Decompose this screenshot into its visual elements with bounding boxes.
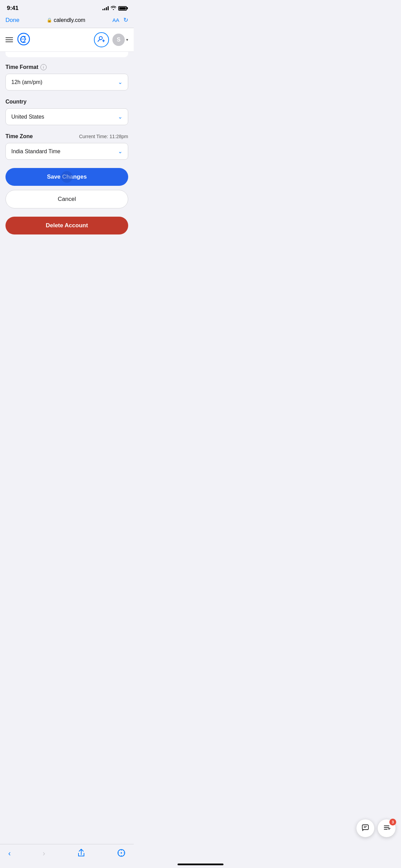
status-time: 9:41 bbox=[7, 5, 19, 12]
header-right: S ▾ bbox=[94, 32, 128, 47]
status-icons bbox=[102, 6, 127, 11]
browser-bar: Done 🔒 calendly.com AA ↻ bbox=[0, 14, 134, 28]
refresh-button[interactable]: ↻ bbox=[123, 16, 128, 24]
chevron-down-icon: ▾ bbox=[126, 37, 128, 42]
add-user-icon bbox=[98, 36, 105, 44]
calendly-logo[interactable] bbox=[17, 33, 30, 47]
info-icon[interactable]: i bbox=[40, 64, 47, 70]
time-format-label: Time Format i bbox=[5, 64, 128, 70]
time-format-select[interactable]: 12h (am/pm) ⌄ bbox=[5, 74, 128, 91]
wifi-icon bbox=[111, 6, 116, 11]
browser-actions: AA ↻ bbox=[112, 16, 128, 24]
current-time-value: 11:28pm bbox=[110, 134, 128, 139]
country-chevron-icon: ⌄ bbox=[118, 113, 122, 120]
done-button[interactable]: Done bbox=[5, 17, 20, 24]
battery-icon bbox=[118, 6, 127, 11]
timezone-chevron-icon: ⌄ bbox=[118, 148, 122, 155]
delete-account-button[interactable]: Delete Account bbox=[5, 217, 128, 234]
time-format-chevron-icon: ⌄ bbox=[118, 79, 122, 85]
avatar: S bbox=[112, 34, 125, 46]
timezone-section: Time Zone Current Time: 11:28pm India St… bbox=[5, 133, 128, 160]
cancel-button[interactable]: Cancel bbox=[5, 190, 128, 208]
country-value: United States bbox=[11, 114, 44, 120]
url-bar[interactable]: 🔒 calendly.com bbox=[47, 17, 85, 23]
main-content: Time Format i 12h (am/pm) ⌄ Country Unit… bbox=[0, 52, 134, 247]
app-header: S ▾ bbox=[0, 28, 134, 52]
avatar-button[interactable]: S ▾ bbox=[112, 34, 128, 46]
svg-point-2 bbox=[99, 36, 102, 39]
header-left bbox=[5, 33, 30, 47]
save-changes-button[interactable]: Save Changes bbox=[5, 168, 128, 186]
menu-button[interactable] bbox=[5, 37, 13, 42]
lock-icon: 🔒 bbox=[47, 17, 52, 23]
country-label: Country bbox=[5, 99, 128, 105]
timezone-select[interactable]: India Standard Time ⌄ bbox=[5, 143, 128, 160]
url-text: calendly.com bbox=[54, 17, 85, 23]
time-format-section: Time Format i 12h (am/pm) ⌄ bbox=[5, 64, 128, 91]
timezone-label: Time Zone bbox=[5, 133, 33, 140]
status-bar: 9:41 bbox=[0, 0, 134, 14]
country-section: Country United States ⌄ bbox=[5, 99, 128, 125]
add-user-button[interactable] bbox=[94, 32, 109, 47]
country-select[interactable]: United States ⌄ bbox=[5, 108, 128, 125]
font-size-button[interactable]: AA bbox=[112, 17, 119, 23]
current-time-label: Current Time: bbox=[79, 134, 108, 139]
time-format-value: 12h (am/pm) bbox=[11, 79, 42, 85]
timezone-value: India Standard Time bbox=[11, 148, 60, 155]
signal-icon bbox=[102, 6, 109, 10]
timezone-header: Time Zone Current Time: 11:28pm bbox=[5, 133, 128, 140]
